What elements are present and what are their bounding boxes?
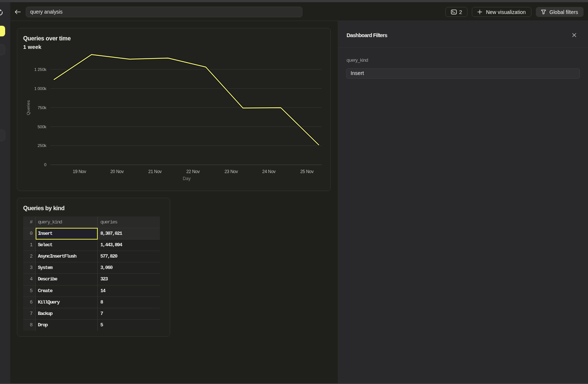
svg-text:22 Nov: 22 Nov [186, 169, 200, 174]
svg-text:24 Nov: 24 Nov [262, 169, 276, 174]
svg-text:0: 0 [44, 162, 46, 167]
svg-text:25 Nov: 25 Nov [300, 169, 314, 174]
svg-text:Day: Day [183, 176, 190, 181]
svg-text:19 Nov: 19 Nov [73, 169, 86, 174]
svg-text:23 Nov: 23 Nov [225, 169, 238, 174]
svg-text:20 Nov: 20 Nov [110, 169, 124, 174]
svg-text:1 250k: 1 250k [34, 67, 46, 72]
svg-text:21 Nov: 21 Nov [148, 169, 162, 174]
svg-text:750k: 750k [37, 105, 46, 110]
svg-text:500k: 500k [37, 125, 46, 129]
svg-text:Queries: Queries [26, 100, 31, 115]
svg-text:250k: 250k [37, 143, 46, 148]
svg-text:1 000k: 1 000k [34, 86, 46, 91]
